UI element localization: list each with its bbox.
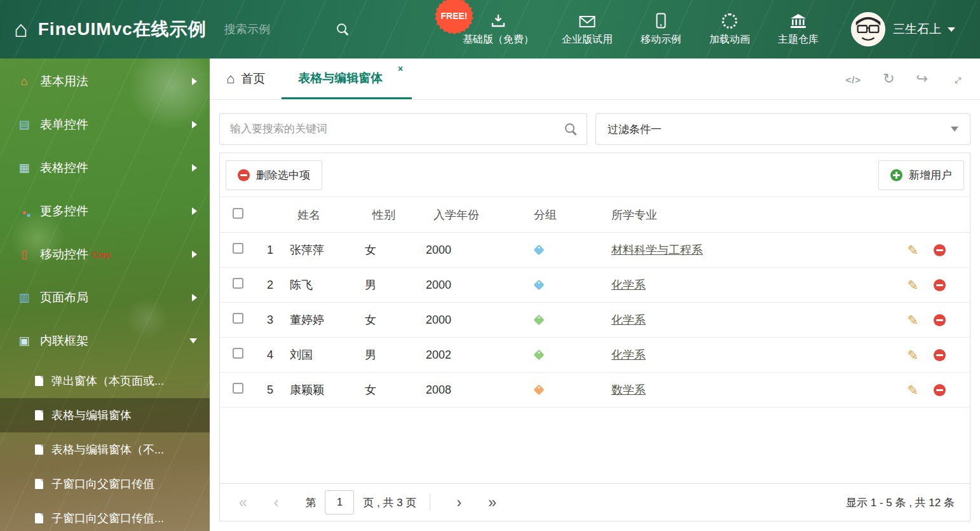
share-icon[interactable] xyxy=(916,72,928,86)
delete-icon[interactable] xyxy=(934,244,946,256)
chevron-right-icon xyxy=(192,164,197,172)
tab-grid-edit-window[interactable]: 表格与编辑窗体 xyxy=(282,59,412,99)
search-icon[interactable] xyxy=(336,23,349,36)
edit-icon[interactable] xyxy=(907,383,918,397)
sidebar-item-mobile[interactable]: 移动控件 Corp. xyxy=(0,233,210,276)
table-row: 1 张萍萍 女 2000 材料科学与工程系 xyxy=(220,233,970,268)
prev-page-icon[interactable] xyxy=(274,495,279,510)
file-icon xyxy=(35,376,43,386)
edit-icon[interactable] xyxy=(907,314,918,327)
add-user-button[interactable]: 新增用户 xyxy=(878,160,964,190)
button-label: 删除选中项 xyxy=(256,168,310,183)
nav-loading-animation[interactable]: 加载动画 xyxy=(709,12,750,46)
submenu-item-label: 表格与编辑窗体 xyxy=(51,408,132,423)
search-icon[interactable] xyxy=(564,123,577,135)
username: 三生石上 xyxy=(893,21,941,38)
major-link[interactable]: 数学系 xyxy=(611,383,646,396)
sidebar-item-form[interactable]: 表单控件 xyxy=(0,103,210,146)
tab-bar: 首页 表格与编辑窗体 xyxy=(210,59,980,100)
chevron-down-icon xyxy=(948,27,955,32)
nav-enterprise-trial[interactable]: 企业版试用 xyxy=(562,12,613,46)
chevron-down-icon xyxy=(189,338,197,343)
layout-icon xyxy=(17,292,32,303)
row-checkbox[interactable] xyxy=(233,278,243,289)
submenu-item-grid-edit-window-2[interactable]: 表格与编辑窗体（不... xyxy=(0,432,210,467)
row-checkbox[interactable] xyxy=(233,383,243,394)
column-header-actions xyxy=(881,197,970,233)
user-menu[interactable]: 三生石上 xyxy=(893,0,955,59)
row-checkbox[interactable] xyxy=(233,348,243,359)
cell-gender: 男 xyxy=(358,338,419,373)
button-label: 新增用户 xyxy=(909,168,952,183)
row-checkbox[interactable] xyxy=(233,313,243,324)
chevron-right-icon xyxy=(192,251,197,258)
sidebar-item-more-controls[interactable]: 更多控件 xyxy=(0,190,210,233)
major-link[interactable]: 化学系 xyxy=(611,314,646,326)
cell-year: 2000 xyxy=(419,233,520,268)
submenu-item-popup-window[interactable]: 弹出窗体（本页面或... xyxy=(0,364,210,398)
delete-selected-button[interactable]: 删除选中项 xyxy=(226,160,322,190)
next-page-icon[interactable] xyxy=(457,495,462,510)
nav-label: 基础版（免费） xyxy=(463,33,534,46)
submenu-item-child-to-parent-2[interactable]: 子窗口向父窗口传值... xyxy=(0,501,210,531)
tag-icon xyxy=(534,244,545,255)
cell-name: 陈飞 xyxy=(283,268,358,303)
submenu-item-grid-edit-window[interactable]: 表格与编辑窗体 xyxy=(0,398,210,432)
home-icon xyxy=(226,71,235,87)
nav-basic-edition[interactable]: 基础版（免费） xyxy=(463,12,534,46)
nav-label: 企业版试用 xyxy=(562,33,613,46)
row-checkbox[interactable] xyxy=(233,243,243,254)
sidebar-item-basic[interactable]: 基本用法 xyxy=(0,60,210,103)
nav-theme-store[interactable]: 主题仓库 xyxy=(778,12,819,46)
filter-dropdown-value: 过滤条件一 xyxy=(608,122,662,137)
sidebar-menu: 基本用法 表单控件 表格控件 更多控件 移动控件 Corp. xyxy=(0,59,210,362)
edit-icon[interactable] xyxy=(907,348,918,362)
delete-icon[interactable] xyxy=(934,349,946,361)
sidebar: 基本用法 表单控件 表格控件 更多控件 移动控件 Corp. xyxy=(0,59,210,531)
major-link[interactable]: 材料科学与工程系 xyxy=(611,244,703,256)
filter-dropdown[interactable]: 过滤条件一 xyxy=(595,113,970,145)
page-number-input[interactable] xyxy=(325,490,354,514)
major-link[interactable]: 化学系 xyxy=(611,279,646,291)
major-link[interactable]: 化学系 xyxy=(611,348,646,361)
column-header-gender: 性别 xyxy=(358,197,419,233)
page-suffix: 页 , 共 3 页 xyxy=(363,495,416,510)
avatar[interactable] xyxy=(851,12,885,46)
row-number: 4 xyxy=(249,338,283,373)
plus-circle-icon xyxy=(890,169,902,181)
table-row: 2 陈飞 男 2000 化学系 xyxy=(220,268,970,303)
source-code-icon[interactable] xyxy=(845,72,861,86)
edit-icon[interactable] xyxy=(907,244,918,257)
nav-label: 主题仓库 xyxy=(778,33,819,46)
main-content: 首页 表格与编辑窗体 过滤条件一 xyxy=(210,59,980,531)
edit-icon[interactable] xyxy=(907,279,918,292)
sidebar-item-layout[interactable]: 页面布局 xyxy=(0,276,210,319)
first-page-icon[interactable] xyxy=(239,495,247,510)
cell-gender: 女 xyxy=(358,303,419,338)
sidebar-item-label: 表格控件 xyxy=(40,160,88,176)
delete-icon[interactable] xyxy=(934,384,946,396)
cell-gender: 男 xyxy=(358,268,419,303)
delete-icon[interactable] xyxy=(934,314,946,326)
submenu-item-child-to-parent[interactable]: 子窗口向父窗口传值 xyxy=(0,467,210,501)
tab-label: 表格与编辑窗体 xyxy=(298,70,383,86)
keyword-search-input[interactable] xyxy=(219,113,587,145)
expand-icon[interactable] xyxy=(949,72,963,86)
file-icon xyxy=(35,479,43,489)
tab-home[interactable]: 首页 xyxy=(210,59,282,99)
sidebar-item-grid[interactable]: 表格控件 xyxy=(0,146,210,190)
delete-icon[interactable] xyxy=(934,279,946,291)
header-search-input[interactable] xyxy=(224,23,313,36)
app-home-icon[interactable]: ⌂ xyxy=(14,18,28,41)
refresh-icon[interactable] xyxy=(883,72,894,86)
submenu-item-label: 表格与编辑窗体（不... xyxy=(51,442,164,457)
last-page-icon[interactable] xyxy=(488,495,496,510)
nav-mobile-demo[interactable]: 移动示例 xyxy=(641,12,681,46)
form-icon xyxy=(17,119,32,130)
tag-icon xyxy=(534,349,545,360)
users-table: 姓名 性别 入学年份 分组 所学专业 1 张萍萍 女 2000 xyxy=(220,197,970,408)
select-all-checkbox[interactable] xyxy=(233,208,243,219)
keyword-search xyxy=(219,113,587,145)
sidebar-item-iframe[interactable]: 内联框架 xyxy=(0,319,210,362)
close-icon[interactable] xyxy=(398,64,403,74)
